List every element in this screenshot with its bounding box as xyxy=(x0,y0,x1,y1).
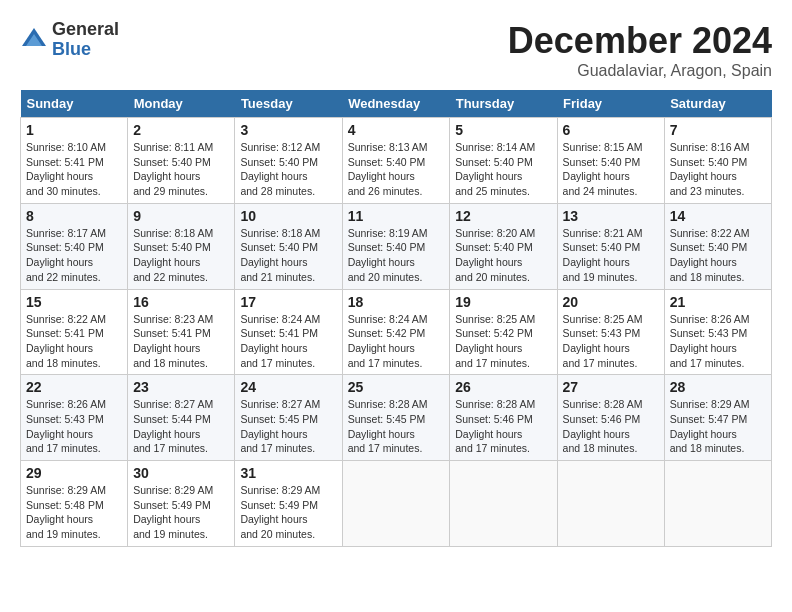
calendar-cell xyxy=(450,461,557,547)
calendar-cell xyxy=(664,461,771,547)
day-info: Sunrise: 8:29 AM Sunset: 5:47 PM Dayligh… xyxy=(670,397,766,456)
day-info: Sunrise: 8:24 AM Sunset: 5:41 PM Dayligh… xyxy=(240,312,336,371)
calendar-week-2: 8 Sunrise: 8:17 AM Sunset: 5:40 PM Dayli… xyxy=(21,203,772,289)
day-number: 12 xyxy=(455,208,551,224)
weekday-header-saturday: Saturday xyxy=(664,90,771,118)
day-number: 3 xyxy=(240,122,336,138)
day-number: 15 xyxy=(26,294,122,310)
day-number: 28 xyxy=(670,379,766,395)
day-number: 19 xyxy=(455,294,551,310)
day-info: Sunrise: 8:26 AM Sunset: 5:43 PM Dayligh… xyxy=(26,397,122,456)
weekday-header-thursday: Thursday xyxy=(450,90,557,118)
calendar-week-4: 22 Sunrise: 8:26 AM Sunset: 5:43 PM Dayl… xyxy=(21,375,772,461)
day-number: 10 xyxy=(240,208,336,224)
day-info: Sunrise: 8:18 AM Sunset: 5:40 PM Dayligh… xyxy=(133,226,229,285)
calendar-cell: 7 Sunrise: 8:16 AM Sunset: 5:40 PM Dayli… xyxy=(664,118,771,204)
calendar-cell: 13 Sunrise: 8:21 AM Sunset: 5:40 PM Dayl… xyxy=(557,203,664,289)
calendar-cell: 29 Sunrise: 8:29 AM Sunset: 5:48 PM Dayl… xyxy=(21,461,128,547)
calendar-cell: 8 Sunrise: 8:17 AM Sunset: 5:40 PM Dayli… xyxy=(21,203,128,289)
weekday-header-friday: Friday xyxy=(557,90,664,118)
day-number: 26 xyxy=(455,379,551,395)
month-title: December 2024 xyxy=(508,20,772,62)
day-number: 16 xyxy=(133,294,229,310)
day-number: 11 xyxy=(348,208,445,224)
day-number: 14 xyxy=(670,208,766,224)
calendar-table: SundayMondayTuesdayWednesdayThursdayFrid… xyxy=(20,90,772,547)
logo-blue: Blue xyxy=(52,40,119,60)
day-number: 24 xyxy=(240,379,336,395)
day-number: 4 xyxy=(348,122,445,138)
calendar-cell: 22 Sunrise: 8:26 AM Sunset: 5:43 PM Dayl… xyxy=(21,375,128,461)
calendar-cell: 6 Sunrise: 8:15 AM Sunset: 5:40 PM Dayli… xyxy=(557,118,664,204)
calendar-cell: 17 Sunrise: 8:24 AM Sunset: 5:41 PM Dayl… xyxy=(235,289,342,375)
logo-general: General xyxy=(52,20,119,40)
day-info: Sunrise: 8:27 AM Sunset: 5:45 PM Dayligh… xyxy=(240,397,336,456)
day-number: 20 xyxy=(563,294,659,310)
calendar-cell: 18 Sunrise: 8:24 AM Sunset: 5:42 PM Dayl… xyxy=(342,289,450,375)
day-info: Sunrise: 8:19 AM Sunset: 5:40 PM Dayligh… xyxy=(348,226,445,285)
calendar-cell: 23 Sunrise: 8:27 AM Sunset: 5:44 PM Dayl… xyxy=(128,375,235,461)
day-info: Sunrise: 8:16 AM Sunset: 5:40 PM Dayligh… xyxy=(670,140,766,199)
day-number: 8 xyxy=(26,208,122,224)
day-number: 6 xyxy=(563,122,659,138)
day-number: 5 xyxy=(455,122,551,138)
weekday-header-sunday: Sunday xyxy=(21,90,128,118)
calendar-cell xyxy=(557,461,664,547)
day-info: Sunrise: 8:26 AM Sunset: 5:43 PM Dayligh… xyxy=(670,312,766,371)
calendar-cell: 5 Sunrise: 8:14 AM Sunset: 5:40 PM Dayli… xyxy=(450,118,557,204)
calendar-cell: 1 Sunrise: 8:10 AM Sunset: 5:41 PM Dayli… xyxy=(21,118,128,204)
day-number: 1 xyxy=(26,122,122,138)
calendar-cell: 31 Sunrise: 8:29 AM Sunset: 5:49 PM Dayl… xyxy=(235,461,342,547)
calendar-week-1: 1 Sunrise: 8:10 AM Sunset: 5:41 PM Dayli… xyxy=(21,118,772,204)
day-info: Sunrise: 8:12 AM Sunset: 5:40 PM Dayligh… xyxy=(240,140,336,199)
day-number: 2 xyxy=(133,122,229,138)
day-info: Sunrise: 8:10 AM Sunset: 5:41 PM Dayligh… xyxy=(26,140,122,199)
day-info: Sunrise: 8:29 AM Sunset: 5:49 PM Dayligh… xyxy=(240,483,336,542)
day-number: 23 xyxy=(133,379,229,395)
calendar-cell: 24 Sunrise: 8:27 AM Sunset: 5:45 PM Dayl… xyxy=(235,375,342,461)
day-number: 29 xyxy=(26,465,122,481)
calendar-cell: 26 Sunrise: 8:28 AM Sunset: 5:46 PM Dayl… xyxy=(450,375,557,461)
day-info: Sunrise: 8:20 AM Sunset: 5:40 PM Dayligh… xyxy=(455,226,551,285)
day-number: 9 xyxy=(133,208,229,224)
day-info: Sunrise: 8:27 AM Sunset: 5:44 PM Dayligh… xyxy=(133,397,229,456)
calendar-cell: 11 Sunrise: 8:19 AM Sunset: 5:40 PM Dayl… xyxy=(342,203,450,289)
calendar-cell: 16 Sunrise: 8:23 AM Sunset: 5:41 PM Dayl… xyxy=(128,289,235,375)
header-area: General Blue December 2024 Guadalaviar, … xyxy=(20,20,772,80)
day-number: 30 xyxy=(133,465,229,481)
day-info: Sunrise: 8:15 AM Sunset: 5:40 PM Dayligh… xyxy=(563,140,659,199)
day-number: 17 xyxy=(240,294,336,310)
calendar-cell: 21 Sunrise: 8:26 AM Sunset: 5:43 PM Dayl… xyxy=(664,289,771,375)
day-number: 22 xyxy=(26,379,122,395)
day-number: 13 xyxy=(563,208,659,224)
day-info: Sunrise: 8:11 AM Sunset: 5:40 PM Dayligh… xyxy=(133,140,229,199)
day-number: 7 xyxy=(670,122,766,138)
calendar-cell: 3 Sunrise: 8:12 AM Sunset: 5:40 PM Dayli… xyxy=(235,118,342,204)
calendar-cell: 30 Sunrise: 8:29 AM Sunset: 5:49 PM Dayl… xyxy=(128,461,235,547)
calendar-cell: 12 Sunrise: 8:20 AM Sunset: 5:40 PM Dayl… xyxy=(450,203,557,289)
calendar-cell: 14 Sunrise: 8:22 AM Sunset: 5:40 PM Dayl… xyxy=(664,203,771,289)
calendar-cell: 20 Sunrise: 8:25 AM Sunset: 5:43 PM Dayl… xyxy=(557,289,664,375)
logo: General Blue xyxy=(20,20,119,60)
day-info: Sunrise: 8:28 AM Sunset: 5:45 PM Dayligh… xyxy=(348,397,445,456)
calendar-cell: 10 Sunrise: 8:18 AM Sunset: 5:40 PM Dayl… xyxy=(235,203,342,289)
day-number: 18 xyxy=(348,294,445,310)
calendar-cell: 19 Sunrise: 8:25 AM Sunset: 5:42 PM Dayl… xyxy=(450,289,557,375)
weekday-header-wednesday: Wednesday xyxy=(342,90,450,118)
calendar-cell: 9 Sunrise: 8:18 AM Sunset: 5:40 PM Dayli… xyxy=(128,203,235,289)
calendar-week-3: 15 Sunrise: 8:22 AM Sunset: 5:41 PM Dayl… xyxy=(21,289,772,375)
day-info: Sunrise: 8:29 AM Sunset: 5:49 PM Dayligh… xyxy=(133,483,229,542)
day-info: Sunrise: 8:28 AM Sunset: 5:46 PM Dayligh… xyxy=(563,397,659,456)
calendar-week-5: 29 Sunrise: 8:29 AM Sunset: 5:48 PM Dayl… xyxy=(21,461,772,547)
calendar-cell: 4 Sunrise: 8:13 AM Sunset: 5:40 PM Dayli… xyxy=(342,118,450,204)
day-info: Sunrise: 8:23 AM Sunset: 5:41 PM Dayligh… xyxy=(133,312,229,371)
day-info: Sunrise: 8:28 AM Sunset: 5:46 PM Dayligh… xyxy=(455,397,551,456)
weekday-header-monday: Monday xyxy=(128,90,235,118)
day-info: Sunrise: 8:29 AM Sunset: 5:48 PM Dayligh… xyxy=(26,483,122,542)
weekday-header-tuesday: Tuesday xyxy=(235,90,342,118)
day-info: Sunrise: 8:24 AM Sunset: 5:42 PM Dayligh… xyxy=(348,312,445,371)
day-info: Sunrise: 8:25 AM Sunset: 5:43 PM Dayligh… xyxy=(563,312,659,371)
day-info: Sunrise: 8:21 AM Sunset: 5:40 PM Dayligh… xyxy=(563,226,659,285)
day-info: Sunrise: 8:17 AM Sunset: 5:40 PM Dayligh… xyxy=(26,226,122,285)
calendar-cell: 27 Sunrise: 8:28 AM Sunset: 5:46 PM Dayl… xyxy=(557,375,664,461)
